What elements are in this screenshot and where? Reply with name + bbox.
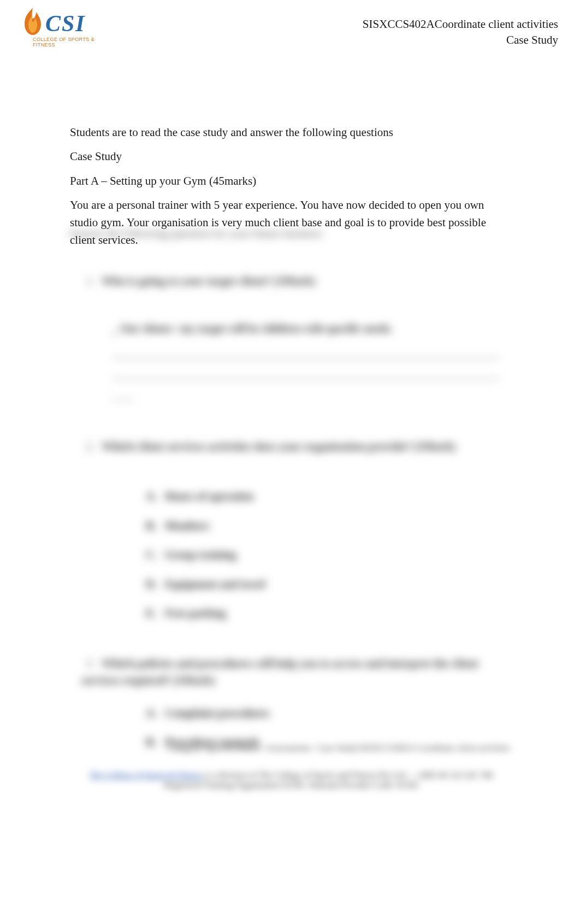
part-a-heading: Part A – Setting up your Gym (45marks): [70, 173, 507, 189]
question-1-text: Who is going to your target client? (5Ma…: [102, 274, 315, 287]
header-subtitle: Case Study: [363, 32, 558, 48]
page-footer: Category\ Sport & Fitness \ Assessments …: [70, 743, 512, 790]
list-item: A. Hours of operation: [146, 488, 505, 505]
logo-text: CSI: [45, 10, 86, 37]
question-2-list: A. Hours of operation B. Members C. Grou…: [146, 488, 505, 622]
question-2: 2. Which client services activities does…: [81, 438, 505, 622]
question-1-answer-text: _ Our clients / my target will be childr…: [112, 322, 393, 334]
question-1: 1. Who is going to your target client? (…: [81, 273, 505, 400]
footer-path: Category\ Sport & Fitness \ Assessments …: [70, 743, 512, 753]
list-label: Hours of operation: [165, 490, 253, 502]
header-course-code: SISXCCS402ACoordinate client activities: [363, 16, 558, 32]
list-label: Free parking: [165, 607, 226, 619]
blurred-content: Answer the following question for your f…: [68, 225, 505, 763]
question-2-text: Which client services activities does yo…: [102, 440, 455, 453]
list-item: E. Free parking: [146, 605, 505, 622]
list-bullet: C.: [146, 546, 162, 564]
question-1-answer: _ Our clients / my target will be childr…: [112, 320, 500, 400]
instruction-text: Students are to read the case study and …: [70, 124, 507, 140]
question-3-number: 3.: [81, 655, 99, 673]
question-3-text: Which policies and procedures will help …: [81, 657, 478, 687]
logo: CSI COLLEGE OF SPORTS & FITNESS: [15, 4, 105, 58]
answer-line: [112, 346, 500, 358]
list-bullet: A.: [146, 488, 162, 505]
question-2-number: 2.: [81, 438, 99, 456]
list-bullet: B.: [146, 517, 162, 535]
question-3: 3. Which policies and procedures will he…: [81, 655, 505, 751]
list-label: Members: [165, 520, 209, 532]
header-right: SISXCCS402ACoordinate client activities …: [363, 16, 558, 49]
answer-line: [112, 367, 500, 379]
list-bullet: A.: [146, 705, 162, 722]
list-label: Complaint procedures: [165, 707, 269, 719]
list-bullet: E.: [146, 605, 162, 622]
flame-icon: [20, 7, 46, 37]
scenario-continuation: Answer the following question for your f…: [68, 225, 505, 243]
list-label: Equipment and towel: [165, 578, 265, 590]
answer-line: [112, 389, 134, 400]
page-header: CSI COLLEGE OF SPORTS & FITNESS SISXCCS4…: [0, 0, 580, 71]
footer-org-tail: is a division of The College of Sports a…: [164, 770, 493, 790]
list-item: D. Equipment and towel: [146, 576, 505, 593]
list-label: Group training: [165, 549, 236, 561]
list-item: C. Group training: [146, 546, 505, 564]
logo-subtitle: COLLEGE OF SPORTS & FITNESS: [33, 37, 105, 48]
footer-org-link: The College of Sports & Fitness: [90, 770, 203, 780]
list-item: B. Members: [146, 517, 505, 535]
case-study-label: Case Study: [70, 148, 507, 164]
list-bullet: D.: [146, 576, 162, 593]
question-1-number: 1.: [81, 273, 99, 290]
footer-org: The College of Sports & Fitness is a div…: [70, 770, 512, 790]
list-item: A. Complaint procedures: [146, 705, 505, 722]
